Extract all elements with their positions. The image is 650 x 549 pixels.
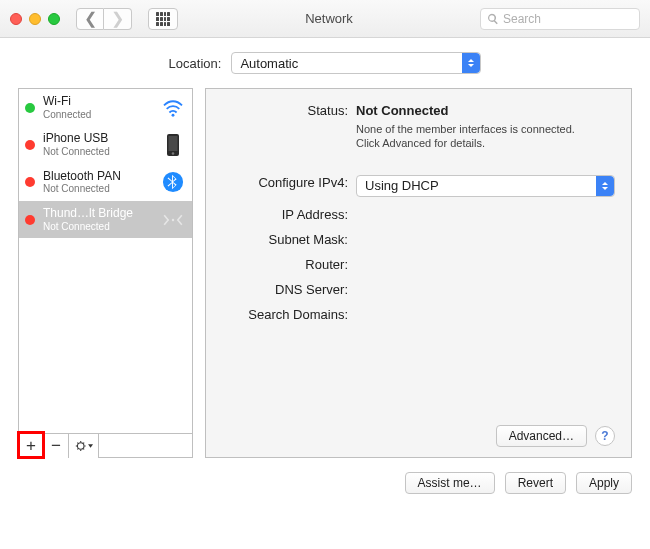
revert-button[interactable]: Revert [505,472,566,494]
iface-name: iPhone USB [43,132,152,146]
window-title: Network [186,11,472,26]
interfaces-list: Wi-Fi Connected iPhone USB Not Connected [19,89,192,433]
svg-line-14 [83,443,84,444]
configure-ipv4-label: Configure IPv4: [216,175,356,197]
nav-buttons: ❮ ❯ [76,8,132,30]
wifi-icon [160,99,186,117]
status-dot [25,140,35,150]
add-interface-button[interactable]: + [19,434,44,458]
status-dot [25,215,35,225]
gear-icon [75,439,93,453]
location-row: Location: Automatic [18,52,632,74]
configure-ipv4-select[interactable]: Using DHCP [356,175,615,197]
zoom-window-button[interactable] [48,13,60,25]
apply-button[interactable]: Apply [576,472,632,494]
forward-button: ❯ [104,8,132,30]
svg-line-11 [77,443,78,444]
router-label: Router: [216,257,356,272]
iface-status: Connected [43,109,152,121]
domains-value [356,307,615,322]
subnet-label: Subnet Mask: [216,232,356,247]
dns-label: DNS Server: [216,282,356,297]
sidebar-item-bluetooth-pan[interactable]: Bluetooth PAN Not Connected [19,164,192,201]
sidebar-item-wifi[interactable]: Wi-Fi Connected [19,89,192,126]
interfaces-sidebar: Wi-Fi Connected iPhone USB Not Connected [18,88,193,458]
ip-value [356,207,615,222]
svg-point-0 [172,113,175,116]
ip-label: IP Address: [216,207,356,222]
iface-status: Not Connected [43,221,152,233]
location-value: Automatic [240,56,298,71]
show-all-prefs-button[interactable] [148,8,178,30]
chevron-double-icon [462,53,480,73]
subnet-value [356,232,615,247]
close-window-button[interactable] [10,13,22,25]
sidebar-item-iphone-usb[interactable]: iPhone USB Not Connected [19,126,192,163]
phone-icon [160,133,186,157]
router-value [356,257,615,272]
assist-me-button[interactable]: Assist me… [405,472,495,494]
thunderbolt-bridge-icon [160,210,186,230]
interface-actions-menu-button[interactable] [69,434,99,458]
traffic-lights [10,13,60,25]
location-select[interactable]: Automatic [231,52,481,74]
help-button[interactable]: ? [595,426,615,446]
status-hint: None of the member interfaces is connect… [356,122,615,151]
svg-rect-2 [169,136,178,151]
svg-point-3 [172,152,175,155]
grid-icon [156,12,170,26]
iface-status: Not Connected [43,183,152,195]
advanced-button[interactable]: Advanced… [496,425,587,447]
status-label: Status: [216,103,356,151]
search-field[interactable]: Search [480,8,640,30]
bluetooth-icon [160,171,186,193]
svg-line-12 [83,449,84,450]
domains-label: Search Domains: [216,307,356,322]
minimize-window-button[interactable] [29,13,41,25]
dns-value [356,282,615,297]
status-dot [25,103,35,113]
iface-status: Not Connected [43,146,152,158]
footer-buttons: Assist me… Revert Apply [0,458,650,508]
sidebar-toolbar: + − [19,433,192,457]
iface-name: Bluetooth PAN [43,170,152,184]
iface-name: Wi-Fi [43,95,152,109]
location-label: Location: [169,56,222,71]
iface-name: Thund…lt Bridge [43,207,152,221]
chevron-double-icon [596,176,614,196]
configure-ipv4-value: Using DHCP [365,178,439,193]
sidebar-item-thunderbolt-bridge[interactable]: Thund…lt Bridge Not Connected [19,201,192,238]
svg-point-6 [77,443,84,450]
titlebar: ❮ ❯ Network Search [0,0,650,38]
search-placeholder: Search [503,12,541,26]
svg-line-13 [77,449,78,450]
svg-point-5 [172,218,174,220]
status-dot [25,177,35,187]
search-icon [487,13,499,25]
status-value: Not Connected None of the member interfa… [356,103,615,151]
back-button[interactable]: ❮ [76,8,104,30]
remove-interface-button[interactable]: − [44,434,69,458]
detail-pane: Status: Not Connected None of the member… [205,88,632,458]
